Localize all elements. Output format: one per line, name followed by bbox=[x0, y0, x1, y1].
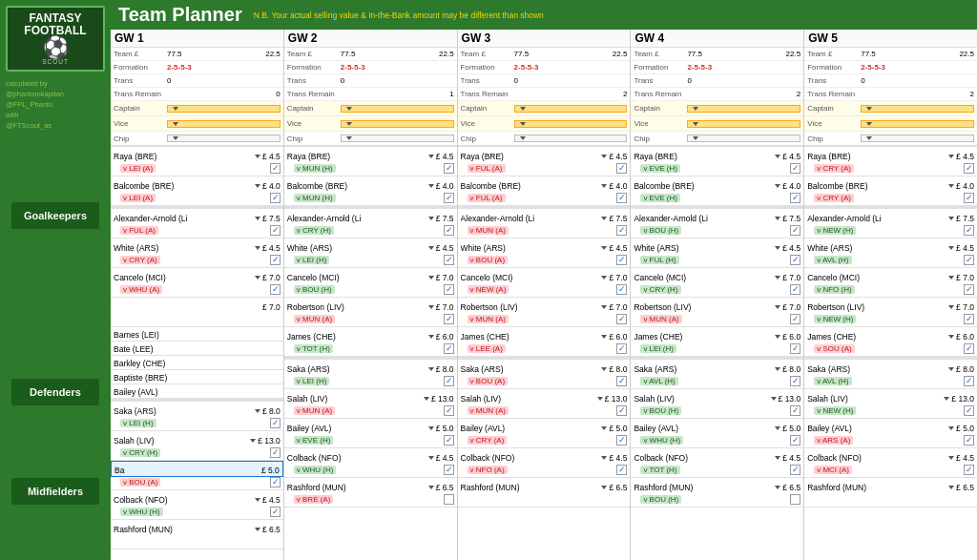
player-dropdown-icon[interactable] bbox=[775, 246, 780, 250]
player-checkbox[interactable] bbox=[790, 284, 800, 295]
player-checkbox[interactable] bbox=[964, 193, 974, 203]
player-checkbox[interactable] bbox=[964, 465, 974, 475]
player-dropdown-icon[interactable] bbox=[601, 486, 607, 489]
player-dropdown-icon[interactable] bbox=[255, 528, 260, 531]
player-dropdown-icon[interactable] bbox=[775, 456, 780, 460]
player-dropdown-icon[interactable] bbox=[775, 426, 780, 430]
player-checkbox[interactable] bbox=[444, 494, 454, 505]
player-dropdown-icon[interactable] bbox=[775, 184, 780, 188]
player-dropdown-icon[interactable] bbox=[948, 217, 954, 220]
player-dropdown-icon[interactable] bbox=[428, 184, 434, 188]
player-checkbox[interactable] bbox=[270, 447, 281, 458]
player-dropdown-icon[interactable] bbox=[948, 335, 954, 339]
player-checkbox[interactable] bbox=[964, 284, 974, 295]
player-checkbox[interactable] bbox=[270, 225, 281, 236]
gw2-vice-select[interactable] bbox=[341, 120, 454, 128]
player-checkbox[interactable] bbox=[444, 193, 454, 203]
player-checkbox[interactable] bbox=[270, 193, 281, 203]
gw1-captain-select[interactable] bbox=[167, 105, 281, 113]
player-dropdown-icon[interactable] bbox=[428, 456, 434, 460]
player-checkbox[interactable] bbox=[964, 343, 974, 354]
player-dropdown-icon[interactable] bbox=[597, 397, 603, 401]
player-dropdown-icon[interactable] bbox=[428, 217, 434, 220]
player-dropdown-icon[interactable] bbox=[775, 367, 780, 371]
sidebar-link-1[interactable]: calculated by bbox=[6, 79, 105, 88]
player-dropdown-icon[interactable] bbox=[601, 305, 607, 309]
player-checkbox[interactable] bbox=[444, 376, 454, 386]
player-checkbox[interactable] bbox=[616, 193, 627, 203]
gw4-captain-select[interactable] bbox=[687, 105, 800, 113]
player-dropdown-icon[interactable] bbox=[948, 426, 954, 430]
player-dropdown-icon[interactable] bbox=[601, 367, 607, 371]
player-checkbox[interactable] bbox=[616, 405, 627, 416]
player-checkbox[interactable] bbox=[270, 418, 281, 428]
player-checkbox[interactable] bbox=[444, 163, 454, 174]
player-dropdown-icon[interactable] bbox=[601, 217, 607, 220]
player-dropdown-icon[interactable] bbox=[250, 439, 256, 443]
player-checkbox[interactable] bbox=[444, 435, 454, 446]
player-dropdown-icon[interactable] bbox=[775, 217, 780, 220]
player-checkbox[interactable] bbox=[790, 343, 800, 354]
player-dropdown-icon[interactable] bbox=[948, 367, 954, 371]
player-dropdown-icon[interactable] bbox=[948, 276, 954, 280]
gw1-vice-select[interactable] bbox=[167, 120, 281, 128]
player-checkbox[interactable] bbox=[616, 465, 627, 475]
player-checkbox[interactable] bbox=[444, 225, 454, 236]
player-checkbox[interactable] bbox=[616, 343, 627, 354]
player-dropdown-icon[interactable] bbox=[601, 456, 607, 460]
player-dropdown-icon[interactable] bbox=[948, 486, 954, 489]
player-dropdown-icon[interactable] bbox=[255, 498, 260, 502]
gw2-chip-select[interactable] bbox=[341, 135, 454, 142]
player-dropdown-icon[interactable] bbox=[428, 335, 434, 339]
player-dropdown-icon[interactable] bbox=[255, 246, 260, 250]
player-dropdown-icon[interactable] bbox=[948, 184, 954, 188]
player-checkbox[interactable] bbox=[964, 225, 974, 236]
sidebar-link-3[interactable]: @FPL_Phanto bbox=[6, 100, 105, 109]
player-checkbox[interactable] bbox=[964, 314, 974, 324]
player-dropdown-icon[interactable] bbox=[948, 305, 954, 309]
player-dropdown-icon[interactable] bbox=[428, 426, 434, 430]
player-checkbox[interactable] bbox=[616, 314, 627, 324]
player-dropdown-icon[interactable] bbox=[255, 155, 260, 158]
player-dropdown-icon[interactable] bbox=[771, 397, 777, 401]
gw4-chip-select[interactable] bbox=[687, 135, 800, 142]
player-dropdown-icon[interactable] bbox=[255, 184, 260, 188]
player-checkbox[interactable] bbox=[790, 405, 800, 416]
player-checkbox[interactable] bbox=[444, 343, 454, 354]
player-dropdown-icon[interactable] bbox=[255, 409, 260, 413]
player-dropdown-icon[interactable] bbox=[601, 276, 607, 280]
player-dropdown-icon[interactable] bbox=[601, 246, 607, 250]
player-dropdown-icon[interactable] bbox=[944, 397, 949, 401]
player-checkbox[interactable] bbox=[616, 376, 627, 386]
player-checkbox[interactable] bbox=[616, 435, 627, 446]
gw5-chip-select[interactable] bbox=[861, 135, 974, 142]
player-dropdown-icon[interactable] bbox=[428, 276, 434, 280]
player-checkbox[interactable] bbox=[444, 284, 454, 295]
player-checkbox[interactable] bbox=[270, 507, 281, 517]
player-checkbox[interactable] bbox=[790, 225, 800, 236]
player-dropdown-icon[interactable] bbox=[428, 305, 434, 309]
player-dropdown-icon[interactable] bbox=[948, 456, 954, 460]
player-dropdown-icon[interactable] bbox=[428, 155, 434, 158]
player-checkbox[interactable] bbox=[270, 284, 281, 295]
player-checkbox[interactable] bbox=[964, 255, 974, 265]
sidebar-link-5[interactable]: @FTScout_as bbox=[6, 121, 105, 130]
player-checkbox[interactable] bbox=[964, 376, 974, 386]
player-dropdown-icon[interactable] bbox=[775, 155, 780, 158]
gw3-chip-select[interactable] bbox=[514, 135, 628, 142]
sidebar-link-4[interactable]: with bbox=[6, 111, 105, 119]
player-dropdown-icon[interactable] bbox=[601, 426, 607, 430]
player-checkbox[interactable] bbox=[790, 376, 800, 386]
player-checkbox[interactable] bbox=[616, 284, 627, 295]
player-checkbox[interactable] bbox=[964, 435, 974, 446]
gw5-captain-select[interactable] bbox=[861, 105, 974, 113]
player-checkbox[interactable] bbox=[616, 255, 627, 265]
player-checkbox[interactable] bbox=[616, 163, 627, 174]
gw3-vice-select[interactable] bbox=[514, 120, 628, 128]
player-checkbox[interactable] bbox=[790, 494, 800, 505]
player-checkbox[interactable] bbox=[270, 477, 281, 487]
player-dropdown-icon[interactable] bbox=[428, 367, 434, 371]
gw3-captain-select[interactable] bbox=[514, 105, 628, 113]
player-checkbox[interactable] bbox=[790, 435, 800, 446]
player-checkbox[interactable] bbox=[616, 225, 627, 236]
